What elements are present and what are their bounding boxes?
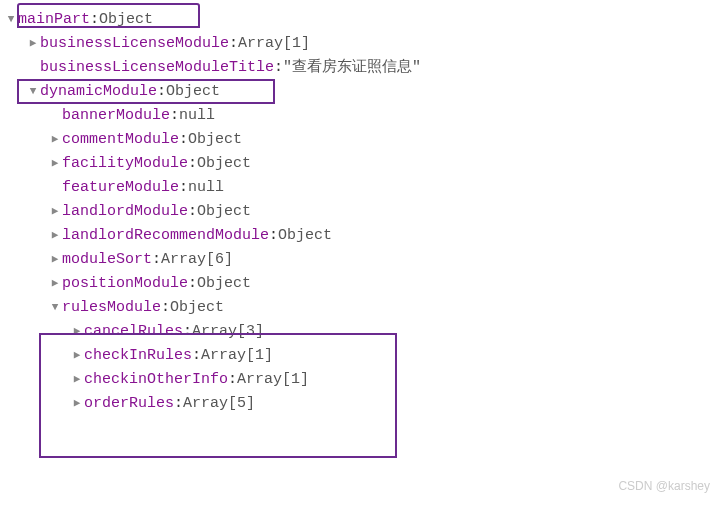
property-value: Object [278, 224, 332, 248]
collapse-toggle-icon[interactable]: ▶ [70, 371, 84, 389]
property-key[interactable]: commentModule [62, 128, 179, 152]
expand-toggle-icon[interactable]: ▼ [4, 11, 18, 29]
property-value: null [188, 176, 224, 200]
property-key[interactable]: landlordRecommendModule [62, 224, 269, 248]
collapse-toggle-icon[interactable]: ▶ [48, 155, 62, 173]
property-value: "查看房东证照信息" [283, 56, 421, 80]
colon: : [188, 272, 197, 296]
tree-row: ▶checkinOtherInfo: Array[1] [4, 368, 714, 392]
collapse-toggle-icon[interactable]: ▶ [48, 131, 62, 149]
collapse-toggle-icon[interactable]: ▶ [48, 251, 62, 269]
object-tree: ▼mainPart: Object▶businessLicenseModule:… [4, 8, 714, 416]
expand-toggle-icon[interactable]: ▼ [48, 299, 62, 317]
colon: : [183, 320, 192, 344]
property-value: Object [197, 200, 251, 224]
colon: : [179, 176, 188, 200]
collapse-toggle-icon[interactable]: ▶ [70, 347, 84, 365]
property-key[interactable]: checkInRules [84, 344, 192, 368]
tree-row: ▶featureModule: null [4, 176, 714, 200]
colon: : [157, 80, 166, 104]
watermark: CSDN @karshey [618, 477, 710, 496]
collapse-toggle-icon[interactable]: ▶ [70, 323, 84, 341]
colon: : [174, 392, 183, 416]
tree-row: ▶businessLicenseModuleTitle: "查看房东证照信息" [4, 56, 714, 80]
colon: : [90, 8, 99, 32]
collapse-toggle-icon[interactable]: ▶ [48, 203, 62, 221]
tree-row: ▶orderRules: Array[5] [4, 392, 714, 416]
property-key[interactable]: orderRules [84, 392, 174, 416]
property-value: Object [166, 80, 220, 104]
property-value: Array[1] [237, 368, 309, 392]
collapse-toggle-icon[interactable]: ▶ [70, 395, 84, 413]
tree-row: ▼dynamicModule: Object [4, 80, 714, 104]
tree-row: ▶checkInRules: Array[1] [4, 344, 714, 368]
tree-row: ▶facilityModule: Object [4, 152, 714, 176]
property-value: null [179, 104, 215, 128]
expand-toggle-icon[interactable]: ▼ [26, 83, 40, 101]
property-key[interactable]: checkinOtherInfo [84, 368, 228, 392]
property-value: Array[1] [201, 344, 273, 368]
property-value: Object [170, 296, 224, 320]
colon: : [179, 128, 188, 152]
property-key[interactable]: mainPart [18, 8, 90, 32]
colon: : [188, 200, 197, 224]
collapse-toggle-icon[interactable]: ▶ [26, 35, 40, 53]
property-value: Array[1] [238, 32, 310, 56]
colon: : [274, 56, 283, 80]
property-value: Object [188, 128, 242, 152]
colon: : [269, 224, 278, 248]
property-key[interactable]: facilityModule [62, 152, 188, 176]
collapse-toggle-icon[interactable]: ▶ [48, 275, 62, 293]
property-key[interactable]: dynamicModule [40, 80, 157, 104]
property-key[interactable]: rulesModule [62, 296, 161, 320]
colon: : [229, 32, 238, 56]
property-key[interactable]: bannerModule [62, 104, 170, 128]
tree-row: ▶bannerModule: null [4, 104, 714, 128]
property-key[interactable]: businessLicenseModule [40, 32, 229, 56]
tree-row: ▼rulesModule: Object [4, 296, 714, 320]
property-key[interactable]: positionModule [62, 272, 188, 296]
property-value: Array[5] [183, 392, 255, 416]
property-key[interactable]: businessLicenseModuleTitle [40, 56, 274, 80]
tree-row: ▶positionModule: Object [4, 272, 714, 296]
property-key[interactable]: moduleSort [62, 248, 152, 272]
tree-row: ▶commentModule: Object [4, 128, 714, 152]
colon: : [152, 248, 161, 272]
colon: : [161, 296, 170, 320]
collapse-toggle-icon[interactable]: ▶ [48, 227, 62, 245]
property-value: Array[6] [161, 248, 233, 272]
tree-row: ▶businessLicenseModule: Array[1] [4, 32, 714, 56]
property-value: Object [197, 272, 251, 296]
colon: : [188, 152, 197, 176]
property-value: Object [197, 152, 251, 176]
property-key[interactable]: landlordModule [62, 200, 188, 224]
property-key[interactable]: featureModule [62, 176, 179, 200]
tree-row: ▶landlordRecommendModule: Object [4, 224, 714, 248]
tree-row: ▶cancelRules: Array[3] [4, 320, 714, 344]
tree-row: ▶moduleSort: Array[6] [4, 248, 714, 272]
property-value: Object [99, 8, 153, 32]
property-value: Array[3] [192, 320, 264, 344]
colon: : [228, 368, 237, 392]
tree-row: ▶landlordModule: Object [4, 200, 714, 224]
colon: : [170, 104, 179, 128]
tree-row: ▼mainPart: Object [4, 8, 714, 32]
property-key[interactable]: cancelRules [84, 320, 183, 344]
colon: : [192, 344, 201, 368]
